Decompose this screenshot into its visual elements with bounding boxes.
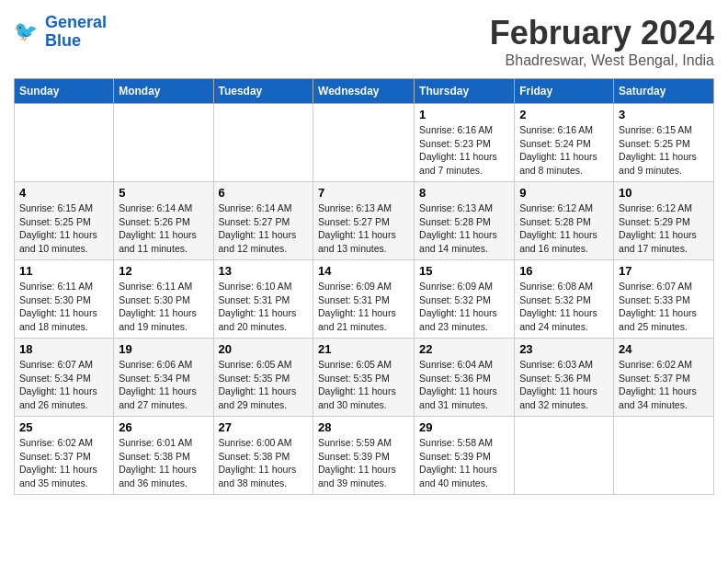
day-number: 2: [519, 108, 609, 121]
calendar-cell: 19Sunrise: 6:06 AM Sunset: 5:34 PM Dayli…: [114, 339, 213, 417]
day-info: Sunrise: 6:13 AM Sunset: 5:27 PM Dayligh…: [318, 201, 409, 256]
day-number: 21: [318, 342, 409, 356]
calendar-cell: 1Sunrise: 6:16 AM Sunset: 5:23 PM Daylig…: [415, 104, 515, 182]
calendar-week-5: 25Sunrise: 6:02 AM Sunset: 5:37 PM Dayli…: [15, 417, 714, 495]
calendar-cell: 23Sunrise: 6:03 AM Sunset: 5:36 PM Dayli…: [515, 339, 614, 417]
title-area: February 2024 Bhadreswar, West Bengal, I…: [490, 14, 714, 69]
weekday-header-sunday: Sunday: [15, 79, 114, 104]
calendar-cell: [15, 104, 114, 182]
calendar-cell: [313, 104, 415, 182]
day-info: Sunrise: 6:12 AM Sunset: 5:29 PM Dayligh…: [619, 201, 709, 256]
calendar-week-4: 18Sunrise: 6:07 AM Sunset: 5:34 PM Dayli…: [15, 339, 714, 417]
day-info: Sunrise: 6:00 AM Sunset: 5:38 PM Dayligh…: [219, 436, 309, 490]
calendar-cell: 8Sunrise: 6:13 AM Sunset: 5:28 PM Daylig…: [415, 182, 515, 260]
weekday-header-friday: Friday: [515, 79, 614, 104]
day-number: 18: [19, 342, 108, 356]
logo-text: General Blue: [45, 14, 107, 51]
logo-general: General: [45, 13, 107, 31]
day-number: 13: [219, 264, 309, 278]
day-info: Sunrise: 6:05 AM Sunset: 5:35 PM Dayligh…: [318, 358, 409, 412]
logo: 🐦 General Blue: [14, 14, 107, 51]
calendar-cell: 5Sunrise: 6:14 AM Sunset: 5:26 PM Daylig…: [114, 182, 213, 260]
day-number: 3: [619, 108, 709, 121]
day-info: Sunrise: 6:15 AM Sunset: 5:25 PM Dayligh…: [19, 201, 108, 256]
calendar-cell: 13Sunrise: 6:10 AM Sunset: 5:31 PM Dayli…: [213, 260, 313, 339]
day-info: Sunrise: 6:14 AM Sunset: 5:26 PM Dayligh…: [119, 201, 208, 256]
day-info: Sunrise: 6:16 AM Sunset: 5:24 PM Dayligh…: [519, 123, 609, 178]
day-number: 1: [419, 108, 509, 121]
day-info: Sunrise: 6:03 AM Sunset: 5:36 PM Dayligh…: [519, 358, 609, 412]
day-info: Sunrise: 6:16 AM Sunset: 5:23 PM Dayligh…: [419, 123, 509, 178]
day-number: 27: [219, 420, 309, 434]
day-number: 16: [519, 264, 609, 278]
day-number: 29: [419, 420, 509, 434]
day-number: 26: [119, 420, 208, 434]
weekday-header-tuesday: Tuesday: [213, 79, 313, 104]
day-info: Sunrise: 6:11 AM Sunset: 5:30 PM Dayligh…: [19, 280, 108, 334]
day-number: 10: [619, 186, 709, 200]
calendar-week-2: 4Sunrise: 6:15 AM Sunset: 5:25 PM Daylig…: [15, 182, 714, 260]
calendar-cell: 3Sunrise: 6:15 AM Sunset: 5:25 PM Daylig…: [614, 104, 714, 182]
day-number: 4: [19, 186, 108, 200]
day-number: 8: [419, 186, 509, 200]
weekday-header-monday: Monday: [114, 79, 213, 104]
calendar-table: SundayMondayTuesdayWednesdayThursdayFrid…: [14, 78, 714, 495]
day-info: Sunrise: 6:13 AM Sunset: 5:28 PM Dayligh…: [419, 201, 509, 256]
calendar-cell: 4Sunrise: 6:15 AM Sunset: 5:25 PM Daylig…: [15, 182, 114, 260]
day-number: 12: [119, 264, 208, 278]
calendar-cell: [614, 417, 714, 495]
calendar-cell: 28Sunrise: 5:59 AM Sunset: 5:39 PM Dayli…: [313, 417, 415, 495]
day-number: 17: [619, 264, 709, 278]
day-info: Sunrise: 6:07 AM Sunset: 5:34 PM Dayligh…: [19, 358, 108, 412]
day-number: 7: [318, 186, 409, 200]
svg-text:🐦: 🐦: [14, 19, 39, 43]
day-info: Sunrise: 6:11 AM Sunset: 5:30 PM Dayligh…: [119, 280, 208, 334]
day-info: Sunrise: 6:09 AM Sunset: 5:31 PM Dayligh…: [318, 280, 409, 334]
day-info: Sunrise: 6:07 AM Sunset: 5:33 PM Dayligh…: [619, 280, 709, 334]
day-number: 6: [219, 186, 309, 200]
day-info: Sunrise: 6:12 AM Sunset: 5:28 PM Dayligh…: [519, 201, 609, 256]
logo-icon: 🐦: [14, 18, 41, 46]
calendar-cell: 7Sunrise: 6:13 AM Sunset: 5:27 PM Daylig…: [313, 182, 415, 260]
calendar-cell: 9Sunrise: 6:12 AM Sunset: 5:28 PM Daylig…: [515, 182, 614, 260]
page-subtitle: Bhadreswar, West Bengal, India: [490, 52, 714, 69]
calendar-cell: 12Sunrise: 6:11 AM Sunset: 5:30 PM Dayli…: [114, 260, 213, 339]
day-info: Sunrise: 6:05 AM Sunset: 5:35 PM Dayligh…: [219, 358, 309, 412]
calendar-cell: 26Sunrise: 6:01 AM Sunset: 5:38 PM Dayli…: [114, 417, 213, 495]
day-info: Sunrise: 5:58 AM Sunset: 5:39 PM Dayligh…: [419, 436, 509, 490]
calendar-cell: 15Sunrise: 6:09 AM Sunset: 5:32 PM Dayli…: [415, 260, 515, 339]
calendar-cell: 2Sunrise: 6:16 AM Sunset: 5:24 PM Daylig…: [515, 104, 614, 182]
calendar-cell: 17Sunrise: 6:07 AM Sunset: 5:33 PM Dayli…: [614, 260, 714, 339]
day-info: Sunrise: 6:14 AM Sunset: 5:27 PM Dayligh…: [219, 201, 309, 256]
calendar-cell: 27Sunrise: 6:00 AM Sunset: 5:38 PM Dayli…: [213, 417, 313, 495]
weekday-header-wednesday: Wednesday: [313, 79, 415, 104]
calendar-cell: 24Sunrise: 6:02 AM Sunset: 5:37 PM Dayli…: [614, 339, 714, 417]
weekday-header-row: SundayMondayTuesdayWednesdayThursdayFrid…: [15, 79, 714, 104]
calendar-cell: 6Sunrise: 6:14 AM Sunset: 5:27 PM Daylig…: [213, 182, 313, 260]
calendar-cell: 22Sunrise: 6:04 AM Sunset: 5:36 PM Dayli…: [415, 339, 515, 417]
calendar-cell: 11Sunrise: 6:11 AM Sunset: 5:30 PM Dayli…: [15, 260, 114, 339]
day-info: Sunrise: 6:04 AM Sunset: 5:36 PM Dayligh…: [419, 358, 509, 412]
header: 🐦 General Blue February 2024 Bhadreswar,…: [14, 14, 714, 69]
day-number: 5: [119, 186, 208, 200]
day-number: 20: [219, 342, 309, 356]
day-info: Sunrise: 6:08 AM Sunset: 5:32 PM Dayligh…: [519, 280, 609, 334]
day-number: 28: [318, 420, 409, 434]
day-info: Sunrise: 6:02 AM Sunset: 5:37 PM Dayligh…: [19, 436, 108, 490]
day-number: 15: [419, 264, 509, 278]
day-number: 22: [419, 342, 509, 356]
day-number: 19: [119, 342, 208, 356]
weekday-header-thursday: Thursday: [415, 79, 515, 104]
weekday-header-saturday: Saturday: [614, 79, 714, 104]
calendar-cell: 25Sunrise: 6:02 AM Sunset: 5:37 PM Dayli…: [15, 417, 114, 495]
logo-blue: Blue: [45, 32, 107, 51]
day-number: 9: [519, 186, 609, 200]
calendar-cell: 16Sunrise: 6:08 AM Sunset: 5:32 PM Dayli…: [515, 260, 614, 339]
day-info: Sunrise: 6:10 AM Sunset: 5:31 PM Dayligh…: [219, 280, 309, 334]
page-title: February 2024: [490, 14, 714, 52]
day-info: Sunrise: 6:06 AM Sunset: 5:34 PM Dayligh…: [119, 358, 208, 412]
calendar-cell: 21Sunrise: 6:05 AM Sunset: 5:35 PM Dayli…: [313, 339, 415, 417]
day-info: Sunrise: 6:02 AM Sunset: 5:37 PM Dayligh…: [619, 358, 709, 412]
calendar-body: 1Sunrise: 6:16 AM Sunset: 5:23 PM Daylig…: [15, 104, 714, 495]
calendar-cell: 14Sunrise: 6:09 AM Sunset: 5:31 PM Dayli…: [313, 260, 415, 339]
